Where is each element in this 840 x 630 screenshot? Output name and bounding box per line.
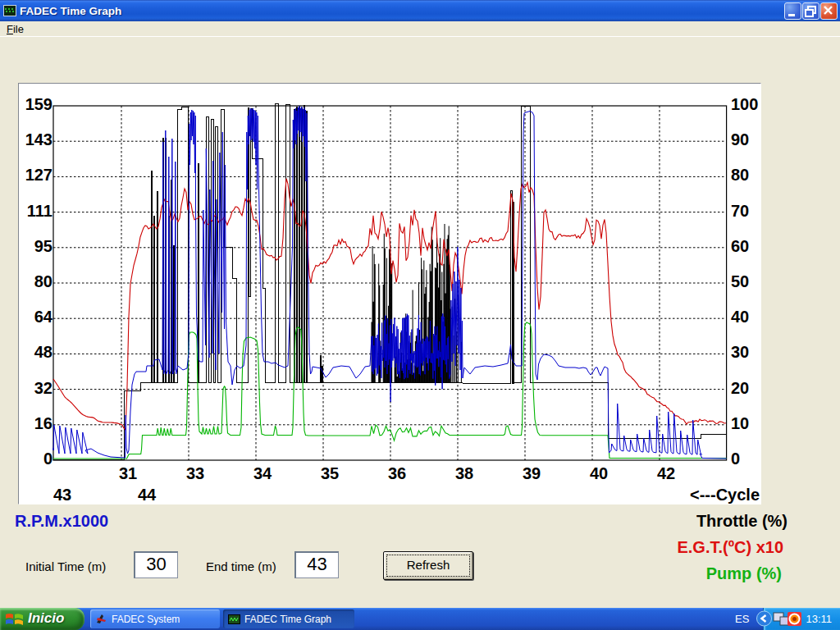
svg-text:16: 16	[34, 414, 52, 432]
svg-text:64: 64	[34, 308, 53, 326]
svg-text:42: 42	[657, 464, 675, 482]
svg-text:10: 10	[731, 414, 749, 432]
svg-text:38: 38	[455, 464, 473, 482]
svg-text:43: 43	[53, 486, 71, 504]
svg-text:40: 40	[590, 464, 608, 482]
svg-text:39: 39	[523, 464, 541, 482]
svg-text:159: 159	[25, 95, 52, 113]
svg-text:32: 32	[34, 379, 52, 397]
svg-text:34: 34	[253, 464, 272, 482]
svg-text:0: 0	[43, 450, 52, 468]
svg-text:31: 31	[119, 464, 137, 482]
svg-text:48: 48	[34, 343, 52, 361]
svg-text:143: 143	[25, 130, 52, 148]
svg-text:111: 111	[27, 202, 52, 220]
svg-text:70: 70	[731, 202, 749, 220]
svg-text:20: 20	[731, 379, 749, 397]
svg-text:100: 100	[731, 95, 758, 113]
svg-text:80: 80	[731, 166, 749, 184]
svg-text:35: 35	[321, 464, 339, 482]
svg-text:95: 95	[34, 237, 52, 255]
svg-text:50: 50	[731, 272, 749, 290]
svg-text:44: 44	[138, 486, 157, 504]
svg-text:90: 90	[731, 130, 749, 148]
svg-text:33: 33	[186, 464, 204, 482]
svg-text:<---Cycle: <---Cycle	[690, 486, 760, 504]
svg-text:127: 127	[25, 166, 52, 184]
svg-text:80: 80	[34, 272, 52, 290]
svg-text:60: 60	[731, 237, 749, 255]
svg-text:40: 40	[731, 308, 749, 326]
svg-text:0: 0	[731, 450, 740, 468]
svg-text:30: 30	[731, 343, 749, 361]
svg-text:36: 36	[388, 464, 406, 482]
